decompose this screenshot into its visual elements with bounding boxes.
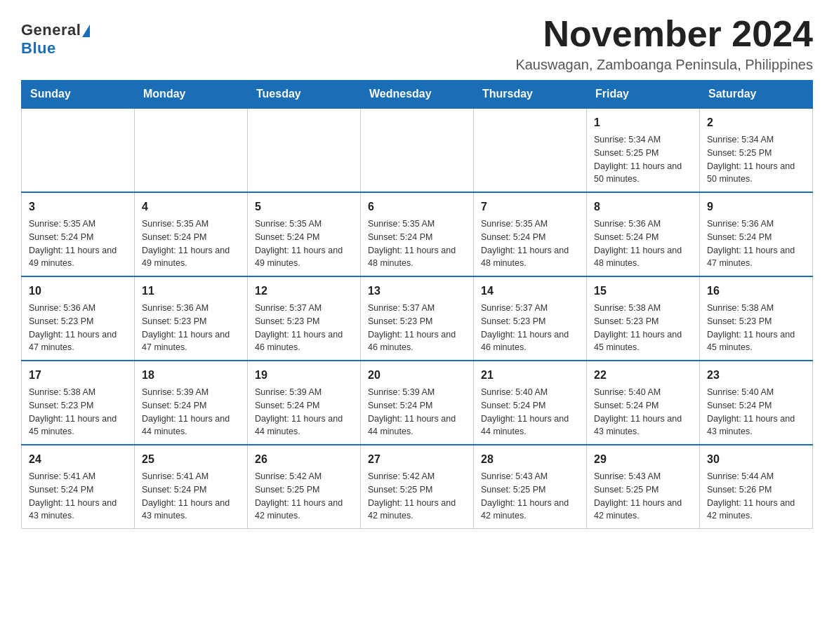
day-info: Sunrise: 5:40 AMSunset: 5:24 PMDaylight:…: [481, 386, 579, 438]
calendar-cell: 12Sunrise: 5:37 AMSunset: 5:23 PMDayligh…: [248, 276, 361, 361]
calendar-cell: 14Sunrise: 5:37 AMSunset: 5:23 PMDayligh…: [474, 276, 587, 361]
day-info: Sunrise: 5:35 AMSunset: 5:24 PMDaylight:…: [368, 217, 466, 270]
month-title: November 2024: [515, 14, 813, 54]
day-number: 15: [594, 283, 692, 300]
calendar-cell: 18Sunrise: 5:39 AMSunset: 5:24 PMDayligh…: [135, 361, 248, 445]
title-block: November 2024 Kauswagan, Zamboanga Penin…: [515, 14, 813, 73]
logo-blue-text: Blue: [21, 39, 56, 57]
day-info: Sunrise: 5:36 AMSunset: 5:24 PMDaylight:…: [707, 217, 805, 270]
calendar-cell: 3Sunrise: 5:35 AMSunset: 5:24 PMDaylight…: [22, 192, 135, 276]
day-number: 5: [255, 199, 353, 215]
day-info: Sunrise: 5:40 AMSunset: 5:24 PMDaylight:…: [707, 386, 805, 438]
calendar-cell: 4Sunrise: 5:35 AMSunset: 5:24 PMDaylight…: [135, 192, 248, 276]
calendar-cell: 8Sunrise: 5:36 AMSunset: 5:24 PMDaylight…: [587, 192, 700, 276]
day-number: 2: [707, 114, 805, 131]
logo-general-text: General: [21, 21, 81, 39]
calendar-cell: 22Sunrise: 5:40 AMSunset: 5:24 PMDayligh…: [587, 361, 700, 445]
day-number: 26: [255, 451, 353, 468]
day-number: 10: [29, 283, 127, 300]
weekday-header-saturday: Saturday: [700, 81, 813, 109]
calendar-cell: 6Sunrise: 5:35 AMSunset: 5:24 PMDaylight…: [361, 192, 474, 276]
calendar-cell: 13Sunrise: 5:37 AMSunset: 5:23 PMDayligh…: [361, 276, 474, 361]
day-number: 30: [707, 451, 805, 468]
day-info: Sunrise: 5:42 AMSunset: 5:25 PMDaylight:…: [255, 470, 353, 523]
day-number: 19: [255, 367, 353, 384]
day-info: Sunrise: 5:40 AMSunset: 5:24 PMDaylight:…: [594, 386, 692, 438]
calendar-cell: 19Sunrise: 5:39 AMSunset: 5:24 PMDayligh…: [248, 361, 361, 445]
day-number: 28: [481, 451, 579, 468]
location-subtitle: Kauswagan, Zamboanga Peninsula, Philippi…: [515, 57, 813, 73]
day-info: Sunrise: 5:37 AMSunset: 5:23 PMDaylight:…: [255, 302, 353, 354]
day-info: Sunrise: 5:44 AMSunset: 5:26 PMDaylight:…: [707, 470, 805, 523]
day-number: 17: [29, 367, 127, 384]
calendar-cell: 26Sunrise: 5:42 AMSunset: 5:25 PMDayligh…: [248, 445, 361, 529]
day-info: Sunrise: 5:36 AMSunset: 5:24 PMDaylight:…: [594, 217, 692, 270]
calendar-cell: 20Sunrise: 5:39 AMSunset: 5:24 PMDayligh…: [361, 361, 474, 445]
day-number: 20: [368, 367, 466, 384]
day-info: Sunrise: 5:38 AMSunset: 5:23 PMDaylight:…: [594, 302, 692, 354]
day-info: Sunrise: 5:35 AMSunset: 5:24 PMDaylight:…: [255, 217, 353, 270]
calendar-cell: [248, 108, 361, 192]
day-number: 3: [29, 199, 127, 215]
calendar-cell: 1Sunrise: 5:34 AMSunset: 5:25 PMDaylight…: [587, 108, 700, 192]
weekday-header-row: SundayMondayTuesdayWednesdayThursdayFrid…: [22, 81, 813, 109]
day-info: Sunrise: 5:43 AMSunset: 5:25 PMDaylight:…: [481, 470, 579, 523]
day-info: Sunrise: 5:43 AMSunset: 5:25 PMDaylight:…: [594, 470, 692, 523]
calendar-cell: 21Sunrise: 5:40 AMSunset: 5:24 PMDayligh…: [474, 361, 587, 445]
day-number: 13: [368, 283, 466, 300]
calendar-cell: 24Sunrise: 5:41 AMSunset: 5:24 PMDayligh…: [22, 445, 135, 529]
day-info: Sunrise: 5:36 AMSunset: 5:23 PMDaylight:…: [142, 302, 240, 354]
day-number: 8: [594, 199, 692, 215]
day-info: Sunrise: 5:39 AMSunset: 5:24 PMDaylight:…: [142, 386, 240, 438]
calendar-cell: 28Sunrise: 5:43 AMSunset: 5:25 PMDayligh…: [474, 445, 587, 529]
calendar-cell: 10Sunrise: 5:36 AMSunset: 5:23 PMDayligh…: [22, 276, 135, 361]
day-info: Sunrise: 5:38 AMSunset: 5:23 PMDaylight:…: [707, 302, 805, 354]
calendar-cell: [474, 108, 587, 192]
day-info: Sunrise: 5:36 AMSunset: 5:23 PMDaylight:…: [29, 302, 127, 354]
day-info: Sunrise: 5:34 AMSunset: 5:25 PMDaylight:…: [707, 133, 805, 186]
day-number: 4: [142, 199, 240, 215]
week-row-5: 24Sunrise: 5:41 AMSunset: 5:24 PMDayligh…: [22, 445, 813, 529]
logo-triangle-icon: [82, 25, 90, 37]
day-info: Sunrise: 5:41 AMSunset: 5:24 PMDaylight:…: [142, 470, 240, 523]
day-number: 27: [368, 451, 466, 468]
calendar-cell: 17Sunrise: 5:38 AMSunset: 5:23 PMDayligh…: [22, 361, 135, 445]
week-row-1: 1Sunrise: 5:34 AMSunset: 5:25 PMDaylight…: [22, 108, 813, 192]
calendar-cell: [22, 108, 135, 192]
day-number: 22: [594, 367, 692, 384]
day-info: Sunrise: 5:37 AMSunset: 5:23 PMDaylight:…: [481, 302, 579, 354]
calendar-cell: [361, 108, 474, 192]
calendar-cell: 27Sunrise: 5:42 AMSunset: 5:25 PMDayligh…: [361, 445, 474, 529]
day-info: Sunrise: 5:42 AMSunset: 5:25 PMDaylight:…: [368, 470, 466, 523]
weekday-header-sunday: Sunday: [22, 81, 135, 109]
weekday-header-wednesday: Wednesday: [361, 81, 474, 109]
weekday-header-friday: Friday: [587, 81, 700, 109]
day-info: Sunrise: 5:35 AMSunset: 5:24 PMDaylight:…: [142, 217, 240, 270]
calendar-cell: 15Sunrise: 5:38 AMSunset: 5:23 PMDayligh…: [587, 276, 700, 361]
day-info: Sunrise: 5:39 AMSunset: 5:24 PMDaylight:…: [255, 386, 353, 438]
calendar-cell: 30Sunrise: 5:44 AMSunset: 5:26 PMDayligh…: [700, 445, 813, 529]
day-number: 12: [255, 283, 353, 300]
calendar-cell: 2Sunrise: 5:34 AMSunset: 5:25 PMDaylight…: [700, 108, 813, 192]
day-number: 23: [707, 367, 805, 384]
day-info: Sunrise: 5:37 AMSunset: 5:23 PMDaylight:…: [368, 302, 466, 354]
calendar-cell: 7Sunrise: 5:35 AMSunset: 5:24 PMDaylight…: [474, 192, 587, 276]
calendar-cell: 5Sunrise: 5:35 AMSunset: 5:24 PMDaylight…: [248, 192, 361, 276]
calendar-cell: 11Sunrise: 5:36 AMSunset: 5:23 PMDayligh…: [135, 276, 248, 361]
day-info: Sunrise: 5:38 AMSunset: 5:23 PMDaylight:…: [29, 386, 127, 438]
day-number: 29: [594, 451, 692, 468]
day-info: Sunrise: 5:41 AMSunset: 5:24 PMDaylight:…: [29, 470, 127, 523]
day-number: 14: [481, 283, 579, 300]
day-number: 7: [481, 199, 579, 215]
day-info: Sunrise: 5:35 AMSunset: 5:24 PMDaylight:…: [29, 217, 127, 270]
day-number: 24: [29, 451, 127, 468]
week-row-2: 3Sunrise: 5:35 AMSunset: 5:24 PMDaylight…: [22, 192, 813, 276]
logo: General Blue: [21, 21, 90, 58]
day-number: 16: [707, 283, 805, 300]
day-number: 25: [142, 451, 240, 468]
weekday-header-tuesday: Tuesday: [248, 81, 361, 109]
calendar-cell: 25Sunrise: 5:41 AMSunset: 5:24 PMDayligh…: [135, 445, 248, 529]
day-number: 6: [368, 199, 466, 215]
week-row-4: 17Sunrise: 5:38 AMSunset: 5:23 PMDayligh…: [22, 361, 813, 445]
day-number: 11: [142, 283, 240, 300]
